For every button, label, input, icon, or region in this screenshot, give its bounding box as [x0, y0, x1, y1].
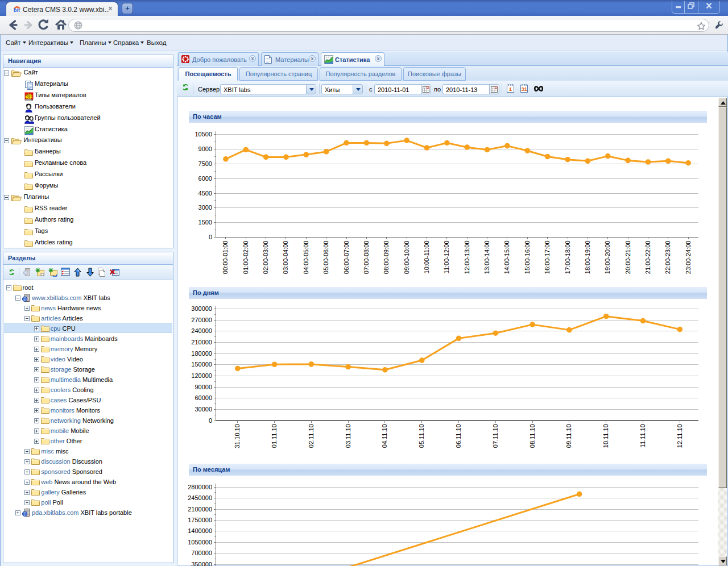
section-name[interactable]: mainboards Mainboards: [51, 335, 118, 342]
nav-tree-label[interactable]: Интерактивы: [24, 136, 62, 143]
nav-tree-item[interactable]: Рекламные слова: [3, 158, 173, 168]
section-desc[interactable]: Articles: [63, 315, 83, 322]
section-name[interactable]: web News around the Web: [41, 478, 116, 485]
address-bar[interactable]: [68, 19, 709, 32]
section-desc[interactable]: Storage: [73, 366, 95, 373]
main-tab-label[interactable]: Материалы: [275, 56, 309, 63]
section-tree-item[interactable]: pda.xbitlabs.com XBIT labs portable: [3, 509, 173, 519]
section-desc[interactable]: Mobile: [71, 427, 89, 434]
tree-expander-minus-icon[interactable]: [24, 316, 30, 321]
section-tree-item[interactable]: misc misc: [3, 447, 173, 457]
move-down-icon[interactable]: [86, 268, 94, 278]
section-tree-item[interactable]: coolers Cooling: [3, 386, 173, 396]
nav-tree-item[interactable]: Authors rating: [3, 215, 173, 225]
nav-tree-item[interactable]: Форумы: [3, 181, 173, 191]
section-tree-item[interactable]: memory Memory: [3, 345, 173, 355]
section-desc[interactable]: Cases/PSU: [69, 397, 101, 403]
menu-item-4[interactable]: Справка: [113, 39, 144, 46]
date-to-calendar-button[interactable]: [489, 85, 499, 94]
tree-expander-plus-icon[interactable]: [34, 388, 39, 393]
section-tree-item[interactable]: web News around the Web: [3, 478, 173, 488]
server-select-trigger[interactable]: [306, 85, 316, 94]
menu-item-3[interactable]: Плагины: [80, 39, 111, 46]
section-desc[interactable]: Cooling: [72, 386, 93, 393]
nav-tree-item[interactable]: Articles rating: [3, 238, 173, 248]
nav-tree-item[interactable]: Типы материалов: [3, 90, 173, 101]
section-desc[interactable]: misc: [56, 448, 69, 455]
browser-tab[interactable]: bit Cetera CMS 3.0.2 www.xbi... ×: [6, 2, 118, 16]
section-tree-item[interactable]: cpu CPU: [3, 324, 173, 335]
section-desc[interactable]: CPU: [63, 325, 76, 332]
tree-expander-minus-icon[interactable]: [15, 296, 20, 301]
section-desc[interactable]: Monitors: [76, 407, 100, 414]
add-section-icon[interactable]: [35, 268, 44, 278]
metric-select-trigger[interactable]: [353, 85, 362, 94]
menu-item-5[interactable]: Выход: [147, 39, 166, 46]
tree-expander-plus-icon[interactable]: [34, 326, 39, 331]
section-tree-item[interactable]: multimedia Multimedia: [3, 376, 173, 386]
section-tree-item[interactable]: other Other: [3, 437, 173, 447]
minimize-button[interactable]: [672, 1, 685, 13]
section-name[interactable]: coolers Cooling: [51, 386, 94, 393]
section-name[interactable]: networking Networking: [51, 417, 114, 424]
main-tab-label[interactable]: Добро пожаловать: [192, 56, 247, 63]
nav-tree-item[interactable]: Tags: [3, 226, 173, 236]
section-desc[interactable]: XBIT labs: [83, 294, 110, 301]
server-select[interactable]: XBIT labs: [220, 84, 316, 94]
nav-tree-item[interactable]: Группы пользователей: [3, 113, 173, 123]
nav-tree-item[interactable]: Баннеры: [3, 147, 173, 157]
nav-tree-label[interactable]: Плагины: [24, 193, 49, 200]
sub-tab-1[interactable]: Посещаемость: [179, 67, 238, 81]
section-name[interactable]: storage Storage: [51, 366, 95, 373]
nav-tree-label[interactable]: Сайт: [24, 69, 38, 76]
section-tree-item[interactable]: mobile Mobile: [3, 427, 173, 437]
tree-expander-plus-icon[interactable]: [34, 439, 39, 444]
section-desc[interactable]: Other: [67, 438, 82, 444]
tree-expander-minus-icon[interactable]: [4, 138, 9, 143]
section-tree-item[interactable]: news Hardware news: [3, 304, 173, 314]
section-name[interactable]: other Other: [51, 438, 82, 444]
tree-expander-plus-icon[interactable]: [24, 469, 30, 475]
nav-tree-label[interactable]: Рассылки: [35, 170, 63, 177]
section-name[interactable]: news Hardware news: [41, 305, 101, 311]
nav-tree-label[interactable]: Пользователи: [35, 103, 76, 110]
nav-tree-item[interactable]: Плагины: [3, 192, 173, 202]
nav-tree-label[interactable]: Authors rating: [35, 216, 73, 223]
menu-item-2[interactable]: Интерактивы: [28, 39, 73, 46]
server-icon[interactable]: [23, 268, 32, 278]
main-tab-2[interactable]: Материалыx: [261, 52, 318, 66]
section-name[interactable]: cpu CPU: [51, 325, 76, 332]
forward-button-icon[interactable]: [20, 18, 35, 32]
main-tab-1[interactable]: Добро пожаловатьx: [178, 52, 259, 66]
section-tree-item[interactable]: sponsored Sponsored: [3, 468, 173, 478]
nav-tree-label[interactable]: Баннеры: [35, 148, 61, 155]
tree-expander-plus-icon[interactable]: [34, 336, 39, 342]
new-tab-button[interactable]: +: [122, 3, 133, 14]
close-window-button[interactable]: [698, 1, 719, 13]
section-name[interactable]: multimedia Multimedia: [51, 376, 113, 383]
section-desc[interactable]: Poll: [52, 499, 63, 506]
date-from-calendar-button[interactable]: [421, 85, 431, 94]
tree-expander-plus-icon[interactable]: [34, 398, 39, 403]
tree-expander-plus-icon[interactable]: [34, 347, 39, 352]
nav-tree-item[interactable]: Статистика: [3, 124, 173, 135]
section-name[interactable]: poll Poll: [41, 499, 63, 506]
vertical-scrollbar[interactable]: [718, 98, 727, 565]
tree-expander-plus-icon[interactable]: [34, 367, 39, 372]
section-name[interactable]: discussion Discussion: [41, 458, 102, 465]
section-tree-item[interactable]: poll Poll: [3, 498, 173, 509]
section-desc[interactable]: Multimedia: [82, 376, 113, 383]
tree-expander-plus-icon[interactable]: [34, 357, 39, 362]
section-desc[interactable]: Hardware news: [57, 305, 101, 311]
section-desc[interactable]: Galleries: [61, 489, 86, 496]
tree-expander-plus-icon[interactable]: [24, 490, 30, 495]
refresh-icon[interactable]: [9, 269, 15, 277]
section-tree-item[interactable]: mainboards Mainboards: [3, 335, 173, 345]
tab-close-icon[interactable]: ×: [107, 6, 114, 13]
section-desc[interactable]: Memory: [75, 346, 97, 352]
day-calendar-button[interactable]: 1: [506, 84, 515, 94]
back-button-icon[interactable]: [6, 18, 20, 32]
infinity-button-icon[interactable]: [533, 85, 544, 92]
section-name[interactable]: memory Memory: [51, 346, 98, 352]
section-name[interactable]: misc misc: [41, 448, 68, 455]
